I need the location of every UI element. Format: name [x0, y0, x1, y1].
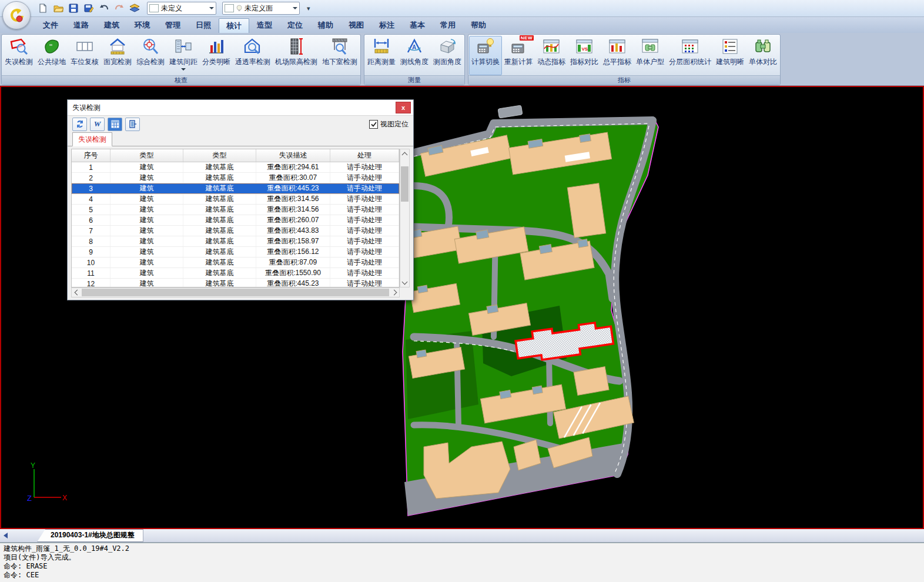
table-row[interactable]: 8建筑建筑基底重叠面积:158.97请手动处理 [72, 236, 399, 247]
ribbon-item-floor-area-stats[interactable]: 分层面积统计 [667, 36, 714, 75]
ribbon-item-basement-check[interactable]: 地下室检测 [320, 36, 360, 75]
dialog-title-bar[interactable]: 失误检测 x [68, 100, 413, 116]
tab-assist[interactable]: 辅助 [310, 18, 341, 33]
tab-annotate[interactable]: 标注 [371, 18, 402, 33]
save-icon [69, 4, 78, 13]
ribbon-item-index-compare[interactable]: VS 指标对比 [568, 36, 601, 75]
new-file-button[interactable] [36, 2, 49, 15]
tab-environment[interactable]: 环境 [127, 18, 158, 33]
table-row[interactable]: 12建筑建筑基底重叠面积:445.23请手动处理 [72, 279, 399, 287]
tab-help[interactable]: 帮助 [463, 18, 494, 33]
scroll-left-button[interactable] [72, 288, 81, 297]
tab-error-check[interactable]: 失误检测 [72, 132, 112, 146]
app-logo-icon [8, 6, 25, 24]
table-row-selected[interactable]: 3建筑建筑基底重叠面积:445.23请手动处理 [72, 183, 399, 194]
word-icon: W [94, 119, 101, 129]
table-row[interactable]: 10建筑建筑基底重叠面积:87.09请手动处理 [72, 257, 399, 268]
ribbon-item-calc-switch[interactable]: 计算切换 [469, 36, 502, 75]
ribbon-item-unit-type[interactable]: 单体户型 [634, 36, 667, 75]
refresh-button[interactable] [72, 118, 87, 131]
app-logo-button[interactable] [2, 1, 31, 29]
ribbon-item-building-clarity[interactable]: 建筑明晰 [714, 36, 746, 75]
classify-chart-icon [207, 37, 226, 56]
horizontal-scroll-thumb[interactable] [82, 289, 389, 296]
tab-common[interactable]: 常用 [433, 18, 463, 33]
new-badge: NEW [520, 35, 534, 41]
ribbon-group-caption: 测量 [364, 75, 464, 85]
ribbon-item-transparency-check[interactable]: 通透率检测 [233, 36, 273, 75]
tab-manage[interactable]: 管理 [158, 18, 188, 33]
vertical-scroll-thumb[interactable] [401, 166, 409, 202]
ribbon-item-public-green[interactable]: 公共绿地 [35, 36, 68, 75]
error-table[interactable]: 序号 类型 类型 失误描述 处理 1建筑建筑基底重叠面积:294.61请手动处理… [71, 149, 400, 287]
layers-button[interactable] [128, 2, 141, 15]
document-tab[interactable]: 20190403-1#地块总图规整 [37, 529, 143, 542]
vertical-scrollbar[interactable] [400, 149, 410, 287]
ribbon: 失误检测 公共绿地 车位复核 面宽检测 综合检测 [0, 33, 924, 86]
tab-building[interactable]: 建筑 [96, 18, 127, 33]
tab-scroll-left-icon[interactable] [4, 533, 8, 538]
horizontal-scrollbar[interactable] [71, 287, 400, 297]
scroll-up-button[interactable] [400, 149, 409, 158]
ribbon-item-line-angle[interactable]: A 测线角度 [398, 36, 431, 75]
scroll-down-button[interactable] [400, 278, 409, 287]
table-row[interactable]: 6建筑建筑基底重叠面积:260.07请手动处理 [72, 215, 399, 226]
distance-measure-icon [372, 37, 391, 56]
tab-check-active[interactable]: 核计 [219, 18, 249, 33]
ribbon-item-recalculate[interactable]: NEW 重新计算 [502, 36, 535, 75]
ribbon-group-caption: 指标 [468, 75, 780, 85]
tab-position[interactable]: 定位 [280, 18, 310, 33]
unit-type-icon [641, 37, 659, 56]
tab-view[interactable]: 视图 [341, 18, 371, 33]
table-row[interactable]: 7建筑建筑基底重叠面积:443.83请手动处理 [72, 226, 399, 236]
toolbar-overflow-button[interactable]: ▾ [307, 5, 310, 12]
view-locate-checkbox[interactable]: 视图定位 [369, 119, 409, 129]
save-as-button[interactable] [82, 2, 95, 15]
tab-file[interactable]: 文件 [35, 18, 66, 33]
table-row[interactable]: 5建筑建筑基底重叠面积:314.56请手动处理 [72, 205, 399, 215]
drawing-canvas[interactable]: Y X Z 失误检测 x W 视图定位 [0, 86, 924, 529]
tab-basic[interactable]: 基本 [402, 18, 433, 33]
command-line: 项目(文件)导入完成。 [4, 553, 920, 562]
ribbon-item-unit-compare[interactable]: 单体对比 [746, 36, 779, 75]
command-line-panel[interactable]: 建筑构件_雨篷_1_无_0.0_19#4_V2.2 项目(文件)导入完成。 命令… [0, 543, 924, 582]
layer-combo[interactable]: 未定义 [147, 2, 216, 15]
ribbon-item-classify-clear[interactable]: 分类明晰 [200, 36, 233, 75]
undo-button[interactable] [98, 2, 111, 15]
table-row[interactable]: 9建筑建筑基底重叠面积:156.12请手动处理 [72, 247, 399, 257]
ribbon-item-error-detect[interactable]: 失误检测 [2, 36, 35, 75]
error-check-dialog: 失误检测 x W 视图定位 失误检测 序号 [67, 99, 414, 300]
tab-sunlight[interactable]: 日照 [188, 18, 219, 33]
ribbon-item-comprehensive-check[interactable]: 综合检测 [134, 36, 167, 75]
save-button[interactable] [67, 2, 80, 15]
table-row[interactable]: 11建筑建筑基底重叠面积:1550.90请手动处理 [72, 268, 399, 279]
tab-road[interactable]: 道路 [66, 18, 96, 33]
ribbon-item-width-check[interactable]: 面宽检测 [101, 36, 134, 75]
transparency-check-icon [243, 37, 262, 56]
scroll-right-button[interactable] [390, 288, 399, 297]
export-word-button[interactable]: W [90, 118, 105, 131]
table-row[interactable]: 4建筑建筑基底重叠面积:314.56请手动处理 [72, 194, 399, 205]
ribbon-item-building-spacing[interactable]: 建筑间距 [167, 36, 200, 75]
exit-button[interactable] [125, 118, 140, 131]
table-row[interactable]: 1建筑建筑基底重叠面积:294.61请手动处理 [72, 162, 399, 173]
ribbon-item-dynamic-index[interactable]: 动态指标 [535, 36, 568, 75]
airport-height-icon [287, 37, 306, 56]
close-icon[interactable]: x [396, 102, 411, 113]
face-combo[interactable]: 未定义面 [222, 2, 300, 15]
table-row[interactable]: 2建筑建筑基底重叠面积:30.07请手动处理 [72, 173, 399, 183]
ribbon-item-airport-height-check[interactable]: 机场限高检测 [273, 36, 320, 75]
checkbox-checked-icon [369, 120, 378, 129]
chevron-down-icon [181, 68, 186, 71]
application-window: 未定义 未定义面 ▾ 文件 道路 建筑 环境 管理 日照 核计 造型 定位 辅助… [0, 0, 924, 582]
redo-button[interactable] [113, 2, 126, 15]
tab-modeling[interactable]: 造型 [249, 18, 280, 33]
ribbon-item-face-angle[interactable]: 测面角度 [431, 36, 464, 75]
open-file-button[interactable] [52, 2, 65, 15]
ribbon-item-parking-check[interactable]: 车位复核 [68, 36, 101, 75]
export-table-button[interactable] [108, 118, 122, 131]
ribbon-item-site-index[interactable]: 总平指标 [601, 36, 634, 75]
ribbon-group-index: 计算切换 NEW 重新计算 动态指标 VS 指标对比 总平指标 [468, 34, 781, 85]
ribbon-item-distance-measure[interactable]: 距离测量 [365, 36, 398, 75]
line-angle-icon: A [405, 37, 424, 56]
